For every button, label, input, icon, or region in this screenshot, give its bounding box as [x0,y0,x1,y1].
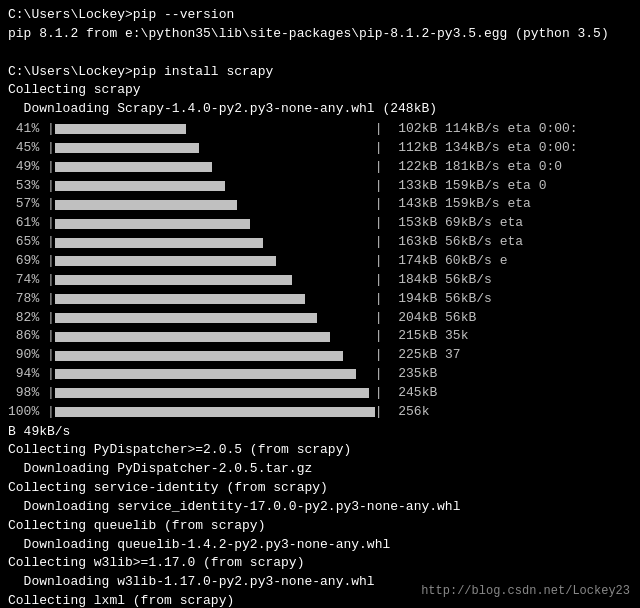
cmd-line-2: pip 8.1.2 from e:\python35\lib\site-pack… [8,25,632,44]
scrapy-progress: 41% || 102kB 114kB/s eta 0:00: 45% || 11… [8,120,632,422]
after-line-2: Downloading PyDispatcher-2.0.5.tar.gz [8,460,632,479]
after-line-1: Collecting PyDispatcher>=2.0.5 (from scr… [8,441,632,460]
progress-row-5: 61% || 153kB 69kB/s eta [8,214,632,233]
cmd-line-4: Collecting scrapy [8,81,632,100]
progress-row-11: 86% || 215kB 35k [8,327,632,346]
progress-row-10: 82% || 204kB 56kB [8,309,632,328]
cmd-line-1: C:\Users\Lockey>pip --version [8,6,632,25]
progress-row-9: 78% || 194kB 56kB/s [8,290,632,309]
after-line-0: B 49kB/s [8,423,632,442]
progress-row-3: 53% || 133kB 159kB/s eta 0 [8,177,632,196]
after-line-6: Downloading queuelib-1.4.2-py2.py3-none-… [8,536,632,555]
progress-row-6: 65% || 163kB 56kB/s eta [8,233,632,252]
progress-row-15: 100% || 256k [8,403,632,422]
progress-row-14: 98% || 245kB [8,384,632,403]
progress-row-1: 45% || 112kB 134kB/s eta 0:00: [8,139,632,158]
after-line-7: Collecting w3lib>=1.17.0 (from scrapy) [8,554,632,573]
progress-row-2: 49% || 122kB 181kB/s eta 0:0 [8,158,632,177]
cmd-line-5: Downloading Scrapy-1.4.0-py2.py3-none-an… [8,100,632,119]
after-line-4: Downloading service_identity-17.0.0-py2.… [8,498,632,517]
post-scrapy-lines: B 49kB/sCollecting PyDispatcher>=2.0.5 (… [8,423,632,608]
empty-line-1 [8,44,632,63]
watermark: http://blog.csdn.net/Lockey23 [421,584,630,598]
cmd-line-3: C:\Users\Lockey>pip install scrapy [8,63,632,82]
progress-row-13: 94% || 235kB [8,365,632,384]
progress-row-0: 41% || 102kB 114kB/s eta 0:00: [8,120,632,139]
after-line-3: Collecting service-identity (from scrapy… [8,479,632,498]
progress-row-4: 57% || 143kB 159kB/s eta [8,195,632,214]
terminal-window: C:\Users\Lockey>pip --version pip 8.1.2 … [0,0,640,608]
progress-row-8: 74% || 184kB 56kB/s [8,271,632,290]
after-line-5: Collecting queuelib (from scrapy) [8,517,632,536]
progress-row-7: 69% || 174kB 60kB/s e [8,252,632,271]
progress-row-12: 90% || 225kB 37 [8,346,632,365]
